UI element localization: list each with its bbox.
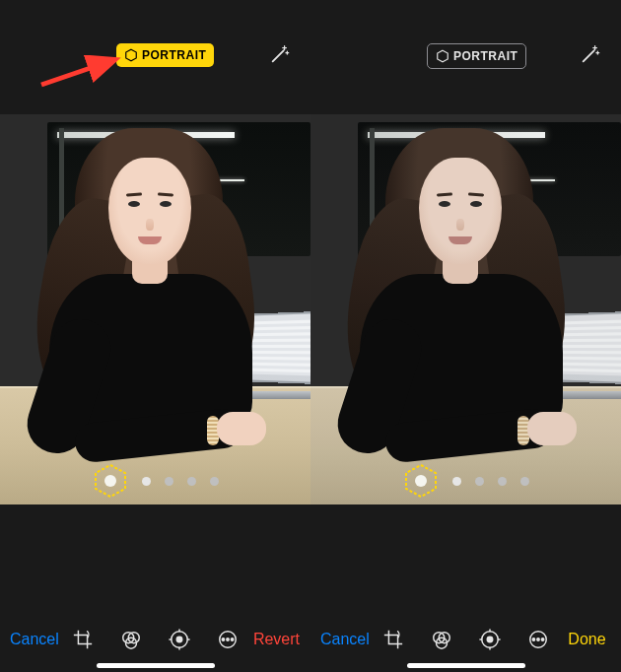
- svg-point-13: [223, 638, 225, 640]
- svg-point-7: [177, 637, 183, 642]
- svg-point-29: [533, 638, 535, 640]
- svg-point-2: [104, 475, 116, 487]
- portrait-badge[interactable]: PORTRAIT: [427, 43, 526, 69]
- adjust-icon: [169, 629, 190, 650]
- more-icon: [217, 629, 239, 650]
- svg-point-18: [415, 475, 427, 487]
- adjust-icon: [479, 629, 501, 650]
- more-button[interactable]: [204, 629, 252, 650]
- lighting-dot[interactable]: [520, 477, 529, 486]
- svg-point-23: [488, 637, 494, 642]
- portrait-badge[interactable]: PORTRAIT: [116, 43, 214, 67]
- filters-button[interactable]: [107, 629, 156, 650]
- portrait-badge-label: PORTRAIT: [453, 49, 518, 63]
- photo-scene: [0, 114, 310, 504]
- done-button[interactable]: Done: [563, 631, 611, 648]
- crop-button[interactable]: [370, 629, 418, 650]
- svg-marker-0: [126, 49, 137, 61]
- svg-marker-16: [438, 50, 448, 62]
- lighting-hex-icon: [93, 463, 128, 499]
- top-bar: PORTRAIT: [310, 0, 621, 114]
- photo-preview[interactable]: [310, 114, 621, 504]
- cancel-button[interactable]: Cancel: [10, 631, 59, 648]
- svg-point-31: [542, 638, 544, 640]
- more-button[interactable]: [515, 629, 563, 650]
- home-indicator[interactable]: [407, 663, 525, 668]
- filters-icon: [120, 629, 142, 650]
- filters-button[interactable]: [418, 629, 466, 650]
- crop-icon: [382, 629, 404, 650]
- portrait-hex-icon: [436, 49, 449, 63]
- crop-icon: [72, 629, 94, 650]
- comparison-canvas: PORTRAIT: [0, 0, 621, 672]
- revert-button[interactable]: Revert: [252, 631, 301, 648]
- svg-point-14: [227, 638, 229, 640]
- editor-pane-right: PORTRAIT: [310, 0, 621, 672]
- lighting-hex-icon: [403, 463, 439, 499]
- magic-wand-icon: [269, 43, 291, 65]
- magic-wand-button[interactable]: [269, 43, 291, 65]
- lighting-dot[interactable]: [187, 477, 196, 486]
- portrait-hex-icon: [124, 48, 138, 62]
- lighting-dot[interactable]: [142, 477, 151, 486]
- adjust-button[interactable]: [466, 629, 515, 650]
- lighting-selector[interactable]: [403, 463, 529, 499]
- portrait-badge-label: PORTRAIT: [142, 48, 206, 62]
- filters-icon: [431, 629, 452, 650]
- photo-preview[interactable]: [0, 114, 310, 504]
- lighting-dot[interactable]: [165, 477, 173, 486]
- svg-point-30: [537, 638, 539, 640]
- more-icon: [527, 629, 549, 650]
- svg-point-15: [232, 638, 234, 640]
- photo-scene: [310, 114, 621, 504]
- cancel-button[interactable]: Cancel: [320, 631, 370, 648]
- lighting-dot[interactable]: [498, 477, 507, 486]
- lighting-dot[interactable]: [452, 477, 461, 486]
- editor-pane-left: PORTRAIT: [0, 0, 310, 672]
- lighting-dot[interactable]: [210, 477, 219, 486]
- magic-wand-icon: [580, 43, 601, 65]
- home-indicator[interactable]: [97, 663, 215, 668]
- crop-button[interactable]: [59, 629, 107, 650]
- adjust-button[interactable]: [156, 629, 204, 650]
- top-bar: PORTRAIT: [0, 0, 310, 114]
- magic-wand-button[interactable]: [580, 43, 601, 65]
- lighting-selector[interactable]: [93, 463, 219, 499]
- lighting-dot[interactable]: [475, 477, 484, 486]
